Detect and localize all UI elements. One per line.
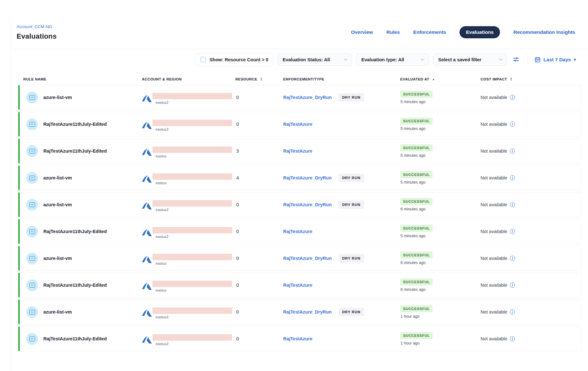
info-icon[interactable]: i bbox=[510, 95, 515, 100]
rule-avatar: ‹› bbox=[26, 118, 38, 130]
cost-impact-cell: Not available i bbox=[481, 122, 581, 127]
region-label: eastus bbox=[156, 261, 232, 265]
tab-evaluations[interactable]: Evaluations bbox=[459, 26, 500, 38]
info-icon[interactable]: i bbox=[510, 283, 515, 288]
enforcement-link[interactable]: RajTestAzure bbox=[283, 148, 312, 154]
status-badge: SUCCESSFUL bbox=[400, 117, 433, 125]
evaluation-status-dropdown[interactable]: Evaluation Status: All bbox=[277, 53, 352, 66]
saved-filter-label: Select a saved filter bbox=[438, 57, 481, 62]
sort-updown-icon[interactable]: ▲ ▼ bbox=[510, 77, 512, 81]
resource-count: 3 bbox=[235, 148, 283, 154]
evaluated-at-cell: SUCCESSFUL 1 hour ago bbox=[400, 332, 481, 345]
custom-rule-icon: ‹› bbox=[29, 229, 35, 234]
table-row[interactable]: ‹› RajTestAzure11thJuly-Edited eastus2 0… bbox=[18, 219, 581, 244]
table-row[interactable]: ‹› RajTestAzure11thJuly-Edited eastus 3 … bbox=[18, 139, 581, 163]
cost-impact-cell: Not available i bbox=[481, 202, 581, 207]
info-icon[interactable]: i bbox=[510, 336, 515, 341]
column-evaluated-at[interactable]: EVALUATED AT ▲ bbox=[400, 77, 481, 81]
sort-ascending-icon[interactable]: ▲ bbox=[432, 78, 435, 81]
custom-rule-icon: ‹› bbox=[29, 256, 35, 261]
azure-icon bbox=[142, 201, 152, 209]
breadcrumb-account-link[interactable]: Account: CCM-NG bbox=[17, 24, 52, 29]
redacted-account-name bbox=[152, 254, 232, 260]
info-icon[interactable]: i bbox=[510, 256, 515, 261]
cost-impact-cell: Not available i bbox=[481, 229, 581, 234]
tab-recommendation-insights[interactable]: Recommendation Insights bbox=[513, 29, 575, 35]
filter-bar: Show: Resource Count > 0 Evaluation Stat… bbox=[0, 49, 588, 66]
evaluation-type-dropdown[interactable]: Evaluation type: All bbox=[356, 53, 429, 66]
azure-icon bbox=[142, 174, 152, 183]
date-range-label: Last 7 Days bbox=[543, 57, 571, 63]
enforcement-link[interactable]: RajTestAzure_DryRun bbox=[283, 175, 332, 180]
info-icon[interactable]: i bbox=[510, 229, 515, 234]
resource-count: 0 bbox=[235, 256, 283, 261]
column-resource[interactable]: RESOURCE ▲ ▼ bbox=[235, 77, 283, 81]
table-row[interactable]: ‹› RajTestAzure11thJuly-Edited eastus 0 … bbox=[18, 273, 581, 298]
enforcement-cell: RajTestAzure_DryRun DRY RUN bbox=[283, 193, 400, 217]
enforcement-link[interactable]: RajTestAzure bbox=[283, 283, 312, 288]
dry-run-badge: DRY RUN bbox=[339, 174, 364, 182]
table-row[interactable]: ‹› azure-list-vm eastus2 0 RajTestAzure_… bbox=[18, 192, 581, 217]
evaluated-time: 6 minutes ago bbox=[400, 287, 426, 292]
tab-overview[interactable]: Overview bbox=[351, 29, 373, 35]
table-row[interactable]: ‹› azure-list-vm eastus2 0 RajTestAzure_… bbox=[18, 299, 581, 324]
status-badge: SUCCESSFUL bbox=[400, 305, 433, 312]
info-icon[interactable]: i bbox=[510, 148, 515, 154]
table-row[interactable]: ‹› azure-list-vm eastus2 0 RajTestAzure_… bbox=[18, 85, 581, 110]
info-icon[interactable]: i bbox=[510, 309, 515, 314]
column-label: RULE NAME bbox=[23, 77, 46, 81]
column-label: RESOURCE bbox=[235, 77, 257, 81]
enforcement-link[interactable]: RajTestAzure_DryRun bbox=[283, 202, 332, 207]
rule-name-cell: ‹› RajTestAzure11thJuly-Edited bbox=[20, 118, 142, 130]
rule-name: RajTestAzure11thJuly-Edited bbox=[43, 229, 107, 234]
custom-rule-icon: ‹› bbox=[29, 310, 35, 314]
cost-impact-cell: Not available i bbox=[481, 283, 581, 288]
date-range-picker[interactable]: Last 7 Days ▾ bbox=[535, 57, 576, 63]
custom-rule-icon: ‹› bbox=[29, 283, 35, 288]
account-region-cell: eastus bbox=[142, 278, 235, 292]
resource-count-checkbox[interactable] bbox=[201, 57, 206, 62]
evaluated-at-cell: SUCCESSFUL 6 minutes ago bbox=[400, 252, 481, 265]
table-row[interactable]: ‹› RajTestAzure11thJuly-Edited eastus2 0… bbox=[18, 326, 581, 351]
status-badge: SUCCESSFUL bbox=[400, 91, 433, 98]
enforcement-link[interactable]: RajTestAzure bbox=[283, 122, 312, 127]
region-label: eastus2 bbox=[156, 101, 232, 104]
cost-impact-value: Not available bbox=[481, 148, 507, 154]
rule-name: RajTestAzure11thJuly-Edited bbox=[43, 122, 107, 127]
enforcement-link[interactable]: RajTestAzure_DryRun bbox=[283, 309, 332, 314]
enforcement-link[interactable]: RajTestAzure_DryRun bbox=[283, 256, 332, 261]
custom-rule-icon: ‹› bbox=[29, 149, 35, 154]
rule-avatar: ‹› bbox=[26, 226, 38, 238]
custom-rule-icon: ‹› bbox=[29, 95, 35, 100]
table-row[interactable]: ‹› RajTestAzure11thJuly-Edited eastus2 0… bbox=[18, 112, 581, 137]
table-row[interactable]: ‹› azure-list-vm eastus 4 RajTestAzure_D… bbox=[18, 165, 581, 190]
rule-name: RajTestAzure11thJuly-Edited bbox=[43, 148, 107, 154]
tab-rules[interactable]: Rules bbox=[386, 29, 400, 35]
info-icon[interactable]: i bbox=[510, 175, 515, 180]
resource-count-filter[interactable]: Show: Resource Count > 0 bbox=[195, 53, 273, 66]
evaluated-time: 5 minutes ago bbox=[400, 100, 426, 104]
resource-count: 0 bbox=[235, 229, 283, 234]
tab-enforcements[interactable]: Enforcements bbox=[413, 29, 446, 35]
column-cost-impact[interactable]: COST IMPACT ▲ ▼ bbox=[481, 77, 581, 81]
info-icon[interactable]: i bbox=[510, 122, 515, 127]
evaluated-time: 6 minutes ago bbox=[400, 207, 426, 211]
saved-filter-dropdown[interactable]: Select a saved filter bbox=[433, 53, 507, 66]
sort-updown-icon[interactable]: ▲ ▼ bbox=[260, 77, 263, 81]
status-badge: SUCCESSFUL bbox=[400, 252, 433, 259]
table-row[interactable]: ‹› azure-list-vm eastus 0 RajTestAzure_D… bbox=[18, 246, 581, 271]
account-column: eastus bbox=[152, 252, 232, 265]
enforcement-link[interactable]: RajTestAzure bbox=[283, 336, 312, 341]
enforcement-cell: RajTestAzure_DryRun DRY RUN bbox=[283, 166, 400, 190]
cost-impact-cell: Not available i bbox=[481, 256, 581, 261]
account-region-cell: eastus bbox=[142, 252, 235, 265]
azure-icon bbox=[142, 147, 152, 156]
redacted-account-name bbox=[152, 147, 232, 153]
rule-name: azure-list-vm bbox=[43, 256, 72, 261]
azure-icon bbox=[142, 120, 152, 129]
caret-down-icon: ▾ bbox=[574, 57, 576, 62]
enforcement-link[interactable]: RajTestAzure bbox=[283, 229, 312, 234]
info-icon[interactable]: i bbox=[510, 202, 515, 207]
filter-settings-button[interactable] bbox=[511, 56, 521, 63]
enforcement-link[interactable]: RajTestAzure_DryRun bbox=[283, 95, 332, 100]
